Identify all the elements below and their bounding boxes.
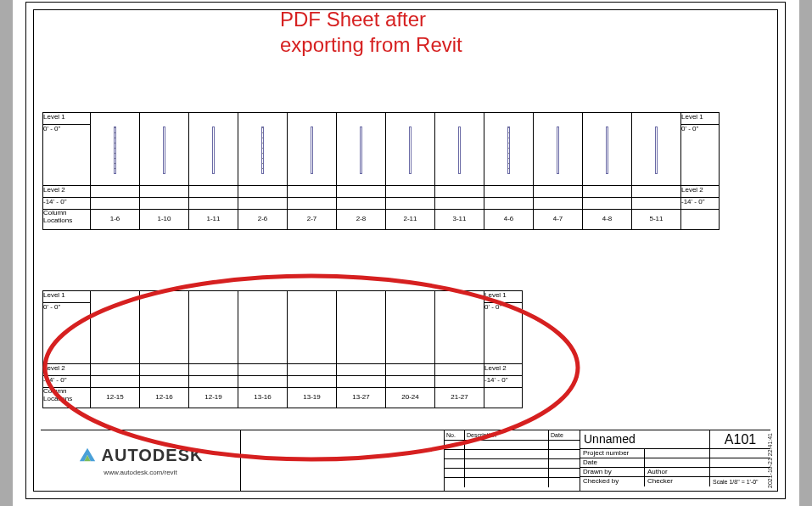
table-row: Column Locations 1-6 1-10 1-11 2-6 2-7 2… xyxy=(43,210,720,230)
column-location-value: 1-6 xyxy=(91,210,140,230)
table-row: -14' - 0" -14' - 0" xyxy=(43,198,720,210)
level2-dim: -14' - 0" xyxy=(43,376,91,388)
column-location-label: Column Locations xyxy=(43,388,91,408)
level1-dim: 0' - 0" xyxy=(43,303,91,364)
column-location-label: Column Locations xyxy=(43,210,91,230)
table-row: Level 1 Level 1 xyxy=(43,291,523,303)
column-location-value: 12-16 xyxy=(140,388,189,408)
column-location-value: 20-24 xyxy=(386,388,435,408)
annotation-line: exporting from Revit xyxy=(280,32,501,58)
table-row: Level 2 Level 2 xyxy=(43,186,720,198)
level2-label: Level 2 xyxy=(43,364,91,376)
column-location-value: 2-7 xyxy=(288,210,337,230)
column-location-value: 2-6 xyxy=(238,210,288,230)
column-graphic xyxy=(458,127,461,174)
title-block: AUTODESK www.autodesk.com/revit No. Desc… xyxy=(41,430,770,491)
column-graphic xyxy=(114,127,116,174)
column-location-value: 3-11 xyxy=(435,210,484,230)
column-location-value: 2-11 xyxy=(386,210,435,230)
column-location-value: 1-10 xyxy=(140,210,189,230)
column-graphic xyxy=(360,127,362,174)
level2-dim: -14' - 0" xyxy=(43,198,91,210)
level1-label-right: Level 1 xyxy=(681,113,720,125)
column-graphic xyxy=(606,127,608,174)
column-graphic xyxy=(261,127,264,174)
table-row: -14' - 0" -14' - 0" xyxy=(43,376,523,388)
rev-head-date: Date xyxy=(549,430,580,440)
brand-text: AUTODESK xyxy=(102,446,204,465)
date-value xyxy=(645,458,709,467)
column-location-value: 4-6 xyxy=(484,210,534,230)
sheet-outer-border: Level 1 Level 1 0' - 0" 0' - 0" xyxy=(25,2,786,499)
sheet-number: A101 xyxy=(709,430,770,448)
level1-label: Level 1 xyxy=(43,291,91,303)
level1-label: Level 1 xyxy=(43,113,91,125)
autodesk-logo: AUTODESK xyxy=(78,446,204,465)
column-location-value: 13-16 xyxy=(238,388,288,408)
level2-label-right: Level 2 xyxy=(484,364,523,376)
column-location-value: 13-27 xyxy=(337,388,386,408)
table-row: Level 1 Level 1 xyxy=(43,113,720,125)
titleblock-revisions: No. Description Date xyxy=(445,430,580,491)
column-location-value: 4-8 xyxy=(583,210,632,230)
column-graphic xyxy=(557,127,559,174)
table-row: Level 2 Level 2 xyxy=(43,364,523,376)
column-location-value: 12-15 xyxy=(91,388,140,408)
level1-dim: 0' - 0" xyxy=(43,125,91,186)
annotation-line: PDF Sheet after xyxy=(280,7,501,32)
project-number-value xyxy=(645,449,709,458)
autodesk-icon xyxy=(78,446,97,464)
project-name: Unnamed xyxy=(580,430,709,448)
drawnby-value: Author xyxy=(645,468,709,476)
level2-label: Level 2 xyxy=(43,186,91,198)
column-location-value: 2-8 xyxy=(337,210,386,230)
checkedby-value: Checker xyxy=(645,477,709,486)
column-graphic xyxy=(311,127,313,174)
checkedby-label: Checked by xyxy=(580,477,645,486)
drawnby-label: Drawn by xyxy=(580,468,645,476)
column-location-value: 1-11 xyxy=(189,210,238,230)
titleblock-project: Unnamed A101 Project number Date xyxy=(580,430,770,491)
level2-dim-right: -14' - 0" xyxy=(484,376,523,388)
column-location-value: 21-27 xyxy=(435,388,484,408)
schedule-table-2: Level 1 Level 1 0' - 0" 0' - 0" Level 2 … xyxy=(42,290,523,408)
column-graphic xyxy=(163,127,165,174)
level1-dim-right: 0' - 0" xyxy=(484,303,523,364)
column-graphic xyxy=(409,127,412,174)
column-location-value: 4-7 xyxy=(534,210,583,230)
level1-dim-right: 0' - 0" xyxy=(681,125,720,186)
sheet-inner-border: Level 1 Level 1 0' - 0" 0' - 0" xyxy=(33,9,778,492)
titleblock-blank xyxy=(241,430,445,491)
column-graphic xyxy=(507,127,510,174)
rev-head-no: No. xyxy=(445,430,465,440)
date-label: Date xyxy=(580,458,645,467)
level2-dim-right: -14' - 0" xyxy=(681,198,720,210)
level1-label-right: Level 1 xyxy=(484,291,523,303)
column-graphic xyxy=(655,127,658,174)
table-row: Column Locations 12-15 12-16 12-19 13-16… xyxy=(43,388,523,408)
column-location-value: 5-11 xyxy=(632,210,681,230)
project-number-label: Project number xyxy=(580,449,645,458)
brand-url: www.autodesk.com/revit xyxy=(104,469,176,476)
column-location-value: 12-19 xyxy=(189,388,238,408)
print-timestamp: 2021-10-21 22:41:41 xyxy=(767,433,773,488)
rev-head-desc: Description xyxy=(465,430,549,440)
level2-label-right: Level 2 xyxy=(681,186,720,198)
titleblock-logo-cell: AUTODESK www.autodesk.com/revit xyxy=(41,430,241,491)
schedule-table-1: Level 1 Level 1 0' - 0" 0' - 0" xyxy=(42,112,720,230)
column-location-value: 13-19 xyxy=(288,388,337,408)
column-graphic xyxy=(212,127,215,174)
annotation-text: PDF Sheet after exporting from Revit xyxy=(280,7,501,58)
scale-cell: Scale 1/8" = 1'-0" xyxy=(709,477,770,486)
